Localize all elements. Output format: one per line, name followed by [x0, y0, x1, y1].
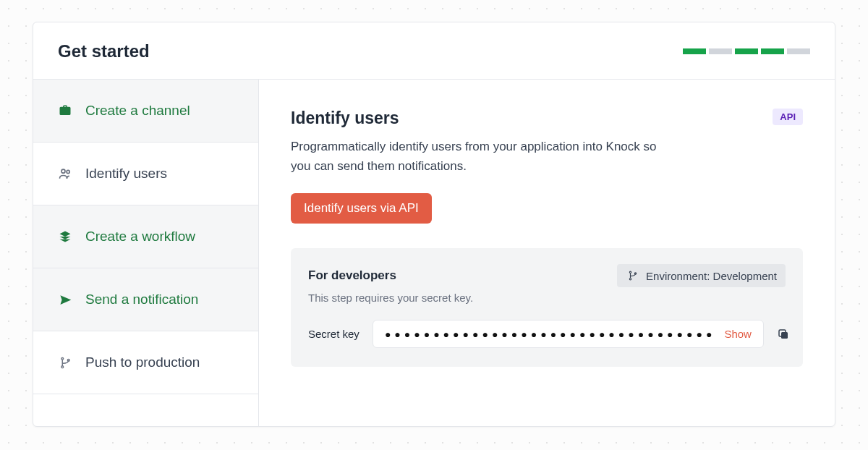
briefcase-icon [58, 103, 72, 118]
main-description: Programmatically identify users from you… [291, 137, 667, 176]
sidebar-item-label: Send a notification [85, 292, 198, 307]
svg-point-5 [629, 272, 631, 273]
developer-panel-subtitle: This step requires your secret key. [308, 292, 786, 304]
sidebar-item-label: Identify users [85, 166, 167, 182]
main-content: Identify users API Programmatically iden… [259, 80, 835, 426]
git-branch-icon [626, 268, 640, 283]
svg-point-0 [61, 169, 65, 173]
progress-segment [683, 48, 706, 54]
svg-point-2 [61, 357, 63, 360]
developer-panel-title: For developers [308, 268, 396, 283]
svg-point-1 [67, 170, 69, 173]
paper-plane-icon [58, 292, 72, 307]
users-icon [58, 166, 72, 181]
api-badge: API [773, 109, 803, 125]
sidebar-item-push-production[interactable]: Push to production [33, 331, 258, 394]
environment-chip: Environment: Development [617, 264, 786, 287]
identify-users-api-button[interactable]: Identify users via API [291, 193, 432, 224]
secret-key-field: ●●●●●●●●●●●●●●●●●●●●●●●●●●●●●●●●●● Show [373, 320, 764, 348]
environment-label: Environment: Development [646, 270, 777, 282]
onboarding-card: Get started Create a channel Identify us… [33, 22, 835, 427]
progress-segment [735, 48, 758, 54]
svg-rect-8 [781, 332, 788, 339]
progress-indicator [683, 48, 810, 54]
secret-key-row: Secret key ●●●●●●●●●●●●●●●●●●●●●●●●●●●●●… [308, 320, 786, 348]
git-branch-icon [58, 355, 72, 370]
progress-segment [709, 48, 732, 54]
copy-icon[interactable] [777, 327, 790, 341]
developer-panel-header: For developers Environment: Development [308, 264, 786, 287]
body: Create a channel Identify users Create a… [33, 80, 835, 426]
page-title: Get started [58, 41, 150, 61]
show-secret-button[interactable]: Show [724, 328, 752, 340]
sidebar-item-send-notification[interactable]: Send a notification [33, 268, 258, 331]
secret-key-label: Secret key [308, 328, 359, 340]
progress-segment [787, 48, 810, 54]
svg-point-6 [629, 279, 631, 280]
developer-panel: For developers Environment: Development … [291, 248, 803, 367]
sidebar-item-label: Push to production [85, 355, 200, 370]
layers-icon [58, 229, 72, 244]
sidebar-item-label: Create a channel [85, 103, 190, 119]
sidebar-item-identify-users[interactable]: Identify users [33, 143, 258, 205]
sidebar-item-label: Create a workflow [85, 229, 195, 245]
sidebar-item-create-channel[interactable]: Create a channel [33, 80, 258, 143]
secret-key-masked: ●●●●●●●●●●●●●●●●●●●●●●●●●●●●●●●●●● [385, 328, 716, 340]
sidebar: Create a channel Identify users Create a… [33, 80, 259, 426]
header: Get started [33, 22, 835, 80]
sidebar-item-create-workflow[interactable]: Create a workflow [33, 205, 258, 268]
progress-segment [761, 48, 784, 54]
svg-point-3 [61, 365, 63, 368]
main-header: Identify users API [291, 109, 803, 128]
main-title: Identify users [291, 109, 399, 128]
